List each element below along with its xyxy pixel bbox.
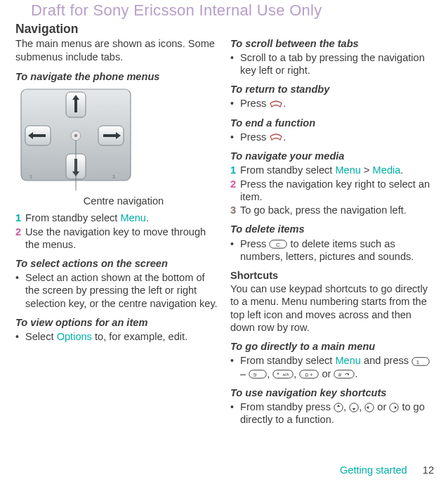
bullet-icon: • xyxy=(230,400,236,426)
heading-scroll-tabs: To scroll between the tabs xyxy=(230,37,434,50)
svg-text:0 +: 0 + xyxy=(305,372,313,378)
step-number-1: 1 xyxy=(15,211,22,224)
heading-return-standby: To return to standby xyxy=(230,83,434,96)
svg-point-2 xyxy=(74,134,77,137)
step-text-1: From standby select Menu. xyxy=(25,211,219,224)
gm-c: – xyxy=(240,368,249,379)
svg-point-25 xyxy=(365,403,374,412)
nav-left-icon xyxy=(364,403,374,412)
heading-delete-items: To delete items xyxy=(230,223,434,235)
nav-shortcuts-bullet: • From standby press , , or to go direct… xyxy=(230,400,434,426)
view-options-bullet: • Select Options to, for example, edit. xyxy=(15,330,219,343)
ns-a: From standby press xyxy=(240,401,334,412)
ns-b: , xyxy=(343,401,349,412)
media-step-2: 2 Press the navigation key right to sele… xyxy=(230,178,434,203)
view-options-text: Select Options to, for example, edit. xyxy=(25,330,187,343)
key-1-icon: 1 xyxy=(411,357,430,366)
step1-text-a: From standby select xyxy=(25,212,120,223)
svg-point-26 xyxy=(390,403,398,412)
delete-items-text: Press C to delete items such as numbers,… xyxy=(240,237,434,263)
m1-a: From standby select xyxy=(240,164,335,176)
svg-rect-12 xyxy=(412,358,429,365)
key-star-icon: *a/A xyxy=(272,370,294,379)
step-number-2: 2 xyxy=(15,226,22,251)
step-number-2: 2 xyxy=(230,178,237,203)
svg-text:C: C xyxy=(276,242,280,248)
ns-d: or xyxy=(374,401,389,412)
end-function-a: Press xyxy=(240,131,269,143)
return-standby-bullet: • Press . xyxy=(230,97,434,110)
navigate-step-2: 2 Use the navigation key to move through… xyxy=(15,226,219,251)
bullet-icon: • xyxy=(230,354,236,379)
bullet-icon: • xyxy=(230,237,236,263)
navigation-intro: The main menus are shown as icons. Some … xyxy=(15,37,219,63)
gm-d: , xyxy=(267,368,272,379)
gm-f: or xyxy=(319,368,334,379)
key-0-icon: 0 + xyxy=(299,370,319,379)
media-step-text-3: To go back, press the navigation left. xyxy=(240,204,434,216)
delete-a: Press xyxy=(240,238,269,249)
delete-items-bullet: • Press C to delete items such as number… xyxy=(230,237,434,263)
bullet-icon: • xyxy=(15,271,21,310)
content-columns: Navigation The main menus are shown as i… xyxy=(15,22,434,427)
view-options-a: Select xyxy=(25,331,57,342)
end-key-icon xyxy=(269,133,283,142)
shortcuts-text: You can use keypad shortcuts to go direc… xyxy=(230,282,434,334)
heading-shortcuts: Shortcuts xyxy=(230,269,434,282)
view-options-b: to, for example, edit. xyxy=(92,331,187,342)
svg-text:1: 1 xyxy=(29,174,32,179)
media-step-3: 3 To go back, press the navigation left. xyxy=(230,204,434,216)
select-actions-text: Select an action shown at the bottom of … xyxy=(25,271,219,310)
heading-navigate-media: To navigate your media xyxy=(230,150,434,162)
return-standby-a: Press xyxy=(240,98,269,109)
end-function-bullet: • Press . xyxy=(230,131,434,143)
nav-right-icon xyxy=(389,403,399,412)
menu-link: Menu xyxy=(335,164,361,176)
svg-text:3: 3 xyxy=(112,174,115,179)
gm-e: , xyxy=(294,368,299,379)
page-footer: Getting started 12 xyxy=(340,464,434,476)
navigation-heading: Navigation xyxy=(15,22,219,37)
draft-notice: Draft for Sony Ericsson Internal Use Onl… xyxy=(31,1,434,20)
navigate-step-1: 1 From standby select Menu. xyxy=(15,211,219,224)
page-number: 12 xyxy=(423,464,434,476)
heading-view-options: To view options for an item xyxy=(15,316,219,329)
heading-nav-key-shortcuts: To use navigation key shortcuts xyxy=(230,386,434,399)
heading-select-actions: To select actions on the screen xyxy=(15,257,219,270)
left-column: Navigation The main menus are shown as i… xyxy=(15,22,219,427)
svg-text:*: * xyxy=(277,372,280,379)
return-standby-text: Press . xyxy=(240,97,286,110)
nav-down-icon xyxy=(349,403,359,412)
svg-point-23 xyxy=(334,403,343,412)
svg-rect-21 xyxy=(334,370,354,378)
heading-end-function: To end a function xyxy=(230,117,434,129)
go-menu-text: From standby select Menu and press 1 – 9… xyxy=(240,354,434,379)
heading-navigate-phone-menus: To navigate the phone menus xyxy=(15,70,219,83)
svg-text:9: 9 xyxy=(253,372,257,378)
heading-go-directly-menu: To go directly to a main menu xyxy=(230,340,434,353)
navigation-key-figure: 1 3 xyxy=(15,85,135,190)
figure-caption: Centre navigation xyxy=(15,195,219,207)
options-link: Options xyxy=(57,331,92,342)
c-key-icon: C xyxy=(269,240,287,249)
m1-b: . xyxy=(400,164,403,176)
step-number-1: 1 xyxy=(230,164,237,176)
media-step-1: 1 From standby select Menu > Media. xyxy=(230,164,434,176)
bullet-icon: • xyxy=(230,97,236,110)
media-step-text-2: Press the navigation key right to select… xyxy=(240,178,434,203)
svg-rect-14 xyxy=(249,370,266,378)
bullet-icon: • xyxy=(15,330,21,343)
end-key-icon xyxy=(269,100,283,109)
bullet-icon: • xyxy=(230,51,236,77)
key-9-icon: 9 xyxy=(249,370,267,379)
end-function-text: Press . xyxy=(240,131,286,143)
menu-link: Menu xyxy=(120,212,146,223)
footer-section-label: Getting started xyxy=(340,464,407,476)
step-text-2: Use the navigation key to move through t… xyxy=(25,226,219,251)
svg-text:#: # xyxy=(338,372,342,378)
select-actions-bullet: • Select an action shown at the bottom o… xyxy=(15,271,219,310)
gm-g: . xyxy=(355,368,357,379)
right-column: To scroll between the tabs • Scroll to a… xyxy=(230,22,434,427)
menu-link: Menu xyxy=(335,355,361,366)
step1-text-b: . xyxy=(146,212,149,223)
